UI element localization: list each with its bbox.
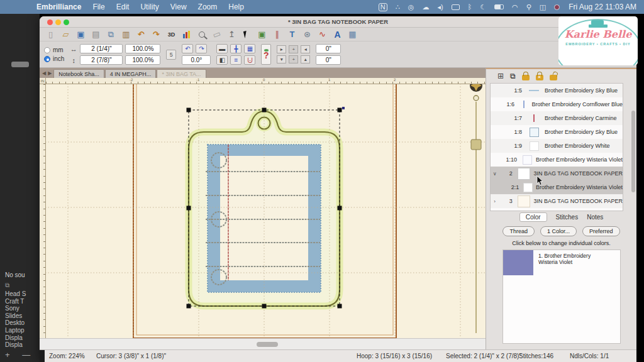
scale-height-field[interactable]: 100.0% bbox=[125, 55, 160, 65]
tab-stitches[interactable]: Stitches bbox=[556, 214, 579, 222]
nudge-down-icon[interactable]: ▾ bbox=[277, 55, 286, 63]
vertical-scroll-thumb[interactable] bbox=[471, 140, 481, 150]
object-row[interactable]: 2:1Brother Embroidery Wisteria Violet bbox=[491, 180, 623, 194]
horizontal-scrollbar[interactable] bbox=[40, 338, 486, 349]
nudge-center-v-icon[interactable]: + bbox=[289, 55, 298, 63]
object-row[interactable]: 1:5Brother Embroidery Sky Blue bbox=[491, 84, 623, 97]
lettering-icon[interactable]: T bbox=[286, 29, 298, 40]
volume-icon[interactable]: ◂) bbox=[437, 3, 443, 11]
source-list-item[interactable]: Sony bbox=[5, 305, 26, 312]
unit-mm-radio[interactable] bbox=[44, 47, 50, 53]
thread-swatch[interactable] bbox=[523, 155, 532, 165]
tab-scroll-left-icon[interactable]: ◀ bbox=[42, 70, 46, 76]
position-y-field[interactable]: 0" bbox=[316, 55, 341, 65]
reflect-tool-icon[interactable]: ↥ bbox=[226, 29, 238, 40]
paste-icon[interactable]: ▥ bbox=[120, 29, 132, 40]
rotate-left-button[interactable]: ↶ bbox=[182, 44, 193, 53]
source-list-item[interactable]: Craft T bbox=[5, 298, 26, 305]
battery-icon[interactable] bbox=[494, 4, 504, 9]
n-app-icon[interactable]: N bbox=[379, 3, 387, 11]
rotation-field[interactable]: 0.0° bbox=[182, 55, 211, 65]
menu-utility[interactable]: Utility bbox=[140, 3, 158, 11]
thread-swatch[interactable] bbox=[530, 128, 539, 137]
add-source-button[interactable]: + bbox=[5, 350, 15, 359]
design-wheel-icon[interactable]: ⊛ bbox=[301, 29, 313, 40]
tab-notes[interactable]: Notes bbox=[587, 214, 603, 222]
cloud-sync-icon[interactable]: ☁ bbox=[422, 3, 429, 11]
moon-icon[interactable]: ☾ bbox=[480, 3, 486, 11]
nudge-right-icon[interactable]: ▸ bbox=[277, 45, 286, 53]
thread-brush-icon[interactable]: ∿ bbox=[316, 29, 328, 40]
disclosure-icon[interactable]: ∨ bbox=[492, 171, 497, 177]
nudge-left-icon[interactable]: ◂ bbox=[301, 45, 310, 53]
display-icon[interactable] bbox=[452, 4, 460, 10]
copy-icon[interactable]: ⧉ bbox=[105, 29, 117, 40]
wifi-icon[interactable]: ◠ bbox=[512, 3, 518, 11]
object-list-scroll-thumb[interactable] bbox=[631, 111, 635, 192]
zoom-tool-icon[interactable] bbox=[196, 29, 208, 40]
group-icon[interactable]: ⧉ bbox=[510, 72, 516, 80]
search-icon[interactable]: ⚲ bbox=[526, 3, 531, 11]
remove-overlap-icon[interactable]: ⨃ bbox=[244, 55, 255, 65]
width-field[interactable]: 2 (1/4)" bbox=[80, 44, 123, 53]
menu-zoom[interactable]: Zoom bbox=[198, 3, 218, 11]
design-scene[interactable] bbox=[40, 78, 486, 338]
source-list-item[interactable]: Displa bbox=[5, 341, 26, 349]
lock-icon[interactable] bbox=[522, 75, 530, 80]
canvas-pan-control[interactable] bbox=[470, 79, 482, 333]
tab-color[interactable]: Color bbox=[519, 212, 547, 222]
height-field[interactable]: 2 (7/8)" bbox=[80, 55, 123, 65]
color-chip-swatch[interactable] bbox=[503, 250, 533, 275]
select-tool-icon[interactable] bbox=[241, 29, 253, 40]
record-dot-icon[interactable] bbox=[554, 4, 560, 10]
thread-swatch[interactable] bbox=[529, 90, 539, 91]
window-switch-icon[interactable]: ◫ bbox=[540, 3, 546, 11]
object-row[interactable]: ›33IN BAG TAG NOTEBOOK PAPER bbox=[491, 194, 623, 208]
scroll-origin-icon[interactable] bbox=[474, 96, 479, 101]
hoop-image-icon[interactable]: ▣ bbox=[256, 29, 268, 40]
redo-icon[interactable]: ↷ bbox=[150, 29, 162, 40]
remove-source-button[interactable]: — bbox=[22, 350, 35, 359]
thread-button[interactable]: Thread bbox=[502, 226, 535, 236]
tab-4in-megaphone[interactable]: 4 IN MEGAPH... bbox=[105, 69, 157, 78]
object-row[interactable]: 1:8Brother Embroidery Sky Blue bbox=[491, 125, 623, 139]
undo-icon[interactable]: ↶ bbox=[135, 29, 147, 40]
menu-view[interactable]: View bbox=[170, 3, 187, 11]
tab-scroll-right-icon[interactable]: ▶ bbox=[48, 70, 52, 76]
contrast-icon[interactable]: ◧ bbox=[216, 55, 228, 65]
thread-swatch[interactable] bbox=[518, 195, 530, 207]
position-x-field[interactable]: 0" bbox=[316, 44, 341, 53]
menu-app[interactable]: Embrilliance bbox=[36, 3, 81, 11]
source-list-item[interactable]: Displa bbox=[5, 334, 26, 342]
ruler-icon[interactable]: ∥ bbox=[271, 29, 283, 40]
rotate-right-button[interactable]: ↷ bbox=[196, 44, 207, 53]
source-list-item[interactable]: Head S bbox=[5, 290, 26, 298]
object-row[interactable]: ∨23IN BAG TAG NOTEBOOK PAPER bbox=[491, 167, 623, 180]
source-list-item[interactable]: Slides bbox=[5, 312, 26, 320]
color-chip-row[interactable]: 1. Brother Embroidery Wisteria Violet bbox=[503, 250, 620, 275]
object-row[interactable]: 1:10Brother Embroidery Wisteria Violet bbox=[491, 153, 623, 167]
title-bar[interactable]: * 3IN BAG TAG NOTEBOOK PAPER bbox=[40, 16, 636, 28]
menu-help[interactable]: Help bbox=[228, 3, 244, 11]
new-file-icon[interactable]: ▯ bbox=[45, 29, 57, 40]
nudge-up-icon[interactable]: ▴ bbox=[301, 55, 310, 63]
print-icon[interactable]: ▤ bbox=[90, 29, 102, 40]
center-hoop-icon[interactable]: ╋ bbox=[230, 44, 242, 53]
align-lines-icon[interactable]: ≡ bbox=[230, 55, 242, 65]
bluetooth-icon[interactable]: ᛒ bbox=[468, 3, 472, 11]
density-chart-icon[interactable] bbox=[180, 29, 192, 40]
open-icon[interactable]: ▱ bbox=[60, 29, 72, 40]
object-row[interactable]: 1:7Brother Embroidery Carmine bbox=[491, 111, 623, 125]
thread-swatch[interactable] bbox=[523, 183, 533, 192]
library-icon[interactable]: ▦ bbox=[347, 29, 358, 40]
unlock-icon[interactable] bbox=[550, 75, 557, 80]
grid-size-button[interactable]: 5 bbox=[166, 50, 176, 60]
unit-inch-radio[interactable] bbox=[44, 56, 50, 62]
menu-file[interactable]: File bbox=[92, 3, 104, 11]
thread-swatch[interactable] bbox=[533, 114, 535, 122]
measure-icon[interactable]: ▭ bbox=[209, 27, 225, 41]
scale-width-field[interactable]: 100.0% bbox=[125, 44, 160, 53]
grid-snap-icon[interactable]: ▦ bbox=[244, 44, 255, 53]
eye-icon[interactable]: ◎ bbox=[408, 3, 414, 11]
menu-clock[interactable]: Fri Aug 22 11:03 AM bbox=[569, 3, 636, 11]
